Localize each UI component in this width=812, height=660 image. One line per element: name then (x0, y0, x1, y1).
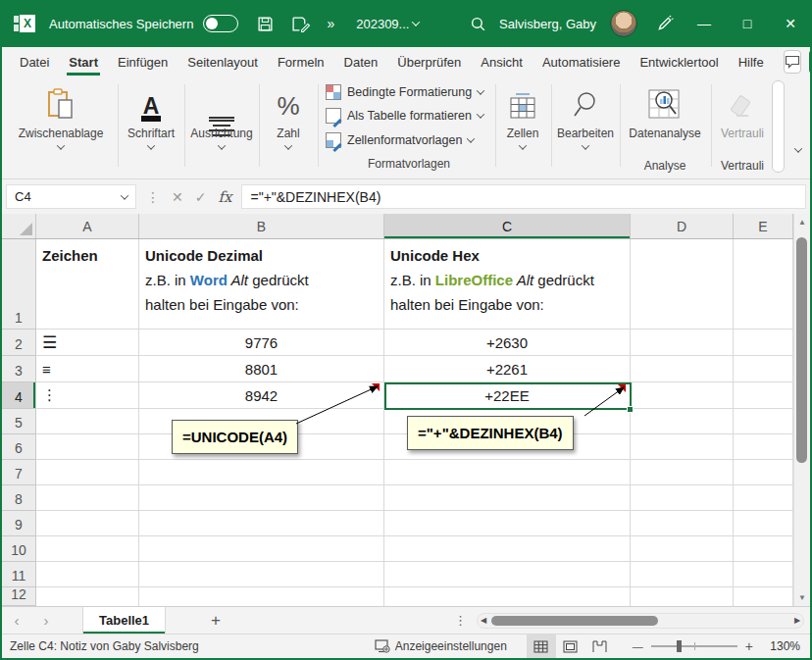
cell-C2[interactable]: +2630 (384, 330, 631, 356)
cell-D4[interactable] (631, 382, 734, 409)
col-header-d[interactable]: D (631, 214, 734, 238)
cells-group-button[interactable]: Zellen (496, 80, 549, 171)
cell-C3[interactable]: +2261 (384, 356, 631, 382)
vertical-scrollbar[interactable]: ▲ ▼ (793, 214, 810, 606)
cell-E1[interactable] (734, 239, 793, 330)
view-page-break-button[interactable] (585, 635, 615, 659)
row-header-2[interactable]: 2 (2, 330, 36, 356)
display-settings-button[interactable]: Anzeigeeinstellungen (375, 639, 507, 653)
search-icon[interactable] (470, 16, 486, 32)
tab-daten[interactable]: Daten (334, 49, 388, 76)
sheet-next-icon[interactable]: › (31, 612, 61, 629)
tab-start[interactable]: Start (59, 49, 108, 76)
share-button[interactable] (809, 50, 812, 74)
document-title[interactable]: 202309... (356, 17, 409, 31)
sheetbar-dots[interactable]: ⋮ (454, 613, 467, 628)
tab-ansicht[interactable]: Ansicht (471, 49, 533, 76)
row-header-11[interactable]: 11 (2, 562, 36, 587)
enter-entry-icon[interactable]: ✓ (195, 189, 207, 205)
row-header-3[interactable]: 3 (2, 356, 36, 382)
view-page-layout-button[interactable] (556, 635, 585, 659)
tab-einfuegen[interactable]: Einfügen (108, 49, 178, 76)
cell-E2[interactable] (734, 330, 793, 356)
user-avatar[interactable] (610, 10, 637, 37)
tab-automatisieren[interactable]: Automatisiere (533, 49, 630, 76)
cell-D3[interactable] (631, 356, 734, 382)
clipboard-group-button[interactable]: Zwischenablage (6, 80, 116, 171)
tab-ueberpruefen[interactable]: Überprüfen (387, 49, 471, 76)
row-header-1[interactable]: 1 (2, 239, 36, 330)
ribbon-collapse-chevron-icon[interactable] (794, 144, 802, 152)
font-group-button[interactable]: A Schriftart (119, 80, 183, 171)
tab-formeln[interactable]: Formeln (268, 49, 334, 76)
cell-A3[interactable]: ≡ (36, 356, 139, 382)
cell-C1[interactable]: Unicode Hex z.B. in LibreOffice Alt gedr… (384, 239, 631, 330)
row-header-4[interactable]: 4 (2, 382, 36, 409)
tab-hilfe[interactable]: Hilfe (729, 49, 774, 76)
name-box[interactable]: C4 (6, 184, 136, 209)
conditional-formatting-button[interactable]: Bedingte Formatierung (326, 80, 483, 104)
select-all-corner[interactable] (2, 214, 36, 238)
row-header-9[interactable]: 9 (2, 511, 36, 536)
close-button[interactable]: ✕ (769, 0, 812, 47)
scroll-left-icon[interactable]: ◀ (478, 616, 489, 625)
col-header-a[interactable]: A (36, 214, 139, 238)
formula-options-dots[interactable]: ⋮ (146, 189, 160, 205)
horizontal-scroll-thumb[interactable] (491, 616, 658, 626)
row-header-8[interactable]: 8 (2, 485, 36, 511)
cell-A4[interactable]: ⋮ (36, 382, 139, 409)
user-name[interactable]: Salvisberg, Gaby (499, 17, 596, 31)
cancel-entry-icon[interactable]: ✕ (172, 189, 183, 205)
cell-styles-button[interactable]: Zellenformatvorlagen (326, 128, 474, 152)
col-header-e[interactable]: E (734, 214, 793, 238)
col-header-c[interactable]: C (384, 214, 631, 238)
feedback-pen-icon[interactable] (656, 15, 674, 32)
zoom-slider-thumb[interactable] (677, 640, 682, 652)
row-header-7[interactable]: 7 (2, 460, 36, 485)
formula-input[interactable]: ="+"&DEZINHEX(B4) (241, 184, 806, 209)
sensitivity-button[interactable] (729, 84, 756, 122)
scroll-up-icon[interactable]: ▲ (794, 218, 810, 227)
cell-E4[interactable] (734, 382, 793, 409)
cell-B1[interactable]: Unicode Dezimal z.B. in Word Alt gedrück… (139, 239, 384, 330)
scroll-down-icon[interactable]: ▼ (794, 593, 810, 602)
excel-logo-icon[interactable]: X (14, 13, 35, 34)
format-as-table-button[interactable]: Als Tabelle formatieren (326, 104, 483, 127)
cell-B4[interactable]: 8942 (139, 382, 384, 409)
row-header-5[interactable]: 5 (2, 409, 36, 434)
note-box-b4[interactable]: =UNICODE(A4) (172, 420, 298, 454)
maximize-button[interactable]: □ (726, 0, 769, 47)
zoom-level[interactable]: 130% (763, 639, 800, 653)
minimize-button[interactable]: — (683, 0, 726, 47)
cell-A2[interactable]: ☰ (36, 330, 139, 356)
document-title-chevron-icon[interactable] (412, 18, 420, 25)
quick-access-overflow[interactable]: » (327, 16, 332, 31)
cell-E3[interactable] (734, 356, 793, 382)
tab-datei[interactable]: Datei (10, 49, 59, 76)
col-header-b[interactable]: B (139, 214, 384, 238)
row-header-12[interactable]: 12 (2, 587, 36, 606)
cell-A1[interactable]: Zeichen (36, 239, 139, 330)
number-group-button[interactable]: % Zahl (260, 80, 317, 171)
scroll-right-icon[interactable]: ▶ (791, 616, 803, 625)
editing-group-button[interactable]: Bearbeiten (552, 80, 619, 171)
horizontal-scrollbar[interactable]: ◀ ▶ (477, 613, 804, 629)
note-box-c4[interactable]: ="+"&DEZINHEX(B4) (407, 416, 574, 450)
sheet-tab-tabelle1[interactable]: Tabelle1 (82, 607, 166, 635)
row-header-6[interactable]: 6 (2, 434, 36, 460)
cell-B3[interactable]: 8801 (139, 356, 384, 382)
comments-button[interactable] (784, 50, 801, 74)
zoom-out-button[interactable]: — (633, 640, 643, 652)
row-header-10[interactable]: 10 (2, 536, 36, 562)
cell-D2[interactable] (631, 330, 734, 356)
autosave-toggle[interactable] (203, 15, 238, 32)
save-icon[interactable] (257, 16, 274, 32)
cell-D1[interactable] (631, 239, 734, 330)
sheet-prev-icon[interactable]: ‹ (2, 612, 31, 629)
fill-handle[interactable] (627, 406, 634, 413)
cell-B2[interactable]: 9776 (139, 330, 384, 356)
tab-entwicklertools[interactable]: Entwicklertool (630, 49, 728, 76)
zoom-in-button[interactable]: + (745, 638, 753, 654)
tab-seitenlayout[interactable]: Seitenlayout (178, 49, 268, 76)
insert-function-icon[interactable]: fx (218, 188, 231, 206)
